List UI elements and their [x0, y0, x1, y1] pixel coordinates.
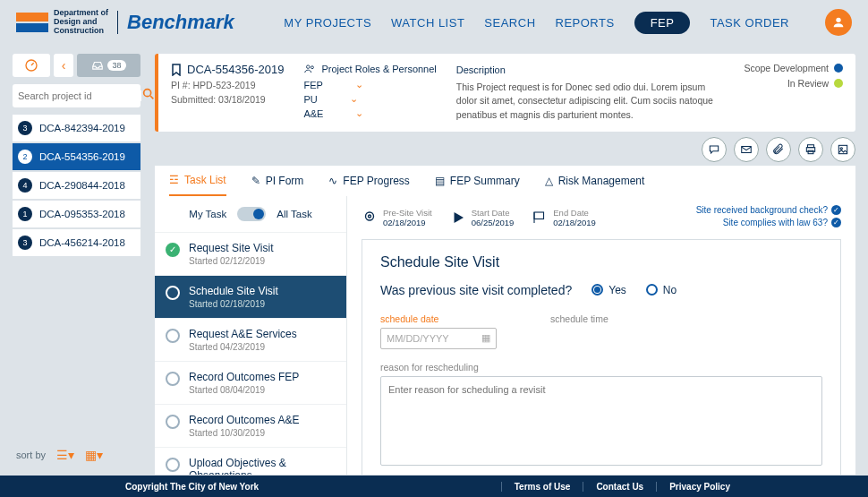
task-title: Schedule Site Visit: [189, 285, 278, 297]
sort-label: sort by: [16, 450, 46, 460]
sidebar-footer: sort by ☰▾ ▦▾: [13, 439, 140, 475]
task-item[interactable]: Request A&E ServicesStarted 04/23/2019: [155, 318, 346, 361]
attach-button[interactable]: [766, 137, 791, 162]
brand-name: Benchmark: [127, 11, 234, 34]
tab-fep-summary[interactable]: ▤FEP Summary: [435, 166, 520, 196]
svg-point-13: [366, 212, 374, 220]
project-list: 3DCA-842394-20192DCA-554356-20194DCA-290…: [13, 115, 140, 256]
radio-no[interactable]: No: [646, 284, 677, 296]
meta-presite: Pre-Site Visit02/18/2019: [362, 208, 432, 227]
role-fep[interactable]: FEP⌄: [303, 79, 436, 90]
user-avatar[interactable]: [825, 9, 852, 36]
progress-icon: ∿: [328, 175, 337, 187]
schedule-date-input[interactable]: MM/DD/YYYY ▦: [380, 328, 497, 349]
print-button[interactable]: [798, 137, 823, 162]
chevron-down-icon: ⌄: [355, 79, 363, 90]
nav-reports[interactable]: REPORTS: [556, 16, 615, 30]
reason-textarea[interactable]: [380, 376, 822, 466]
project-id-label: DCA-290844-2018: [39, 180, 125, 191]
nav-task-order[interactable]: TASK ORDER: [710, 16, 789, 30]
task-item[interactable]: Schedule Site VisitStarted 02/18/2019: [155, 275, 346, 318]
svg-rect-11: [838, 145, 847, 153]
nav-watch-list[interactable]: WATCH LIST: [391, 16, 464, 30]
sidebar-project-item[interactable]: 1DCA-095353-2018: [13, 201, 140, 227]
my-task-label: My Task: [189, 209, 226, 219]
list-view-icon[interactable]: ☰▾: [56, 448, 74, 462]
project-id-label: DCA-554356-2019: [39, 151, 125, 162]
project-id-label: DCA-456214-2018: [39, 237, 125, 248]
task-status-icon: [166, 372, 180, 386]
print-icon: [804, 143, 817, 156]
role-pu[interactable]: PU⌄: [303, 93, 436, 105]
svg-rect-15: [534, 212, 544, 219]
email-button[interactable]: [734, 137, 759, 162]
role-ae[interactable]: A&E⌄: [303, 107, 436, 119]
project-id: DCA-554356-2019: [171, 63, 284, 76]
bookmark-icon: [171, 64, 182, 76]
form-icon: ✎: [251, 175, 260, 187]
gauge-icon: [24, 58, 38, 73]
svg-rect-1: [16, 23, 48, 32]
roles-header: Project Roles & Personnel: [303, 63, 436, 75]
project-pi: PI #: HPD-523-2019: [171, 79, 284, 93]
inbox-count-badge: 38: [107, 60, 125, 71]
task-title: Request A&E Services: [189, 328, 297, 340]
user-icon: [831, 15, 846, 30]
link-terms[interactable]: Terms of Use: [501, 482, 583, 492]
nav-my-projects[interactable]: MY PROJECTS: [284, 16, 371, 30]
task-status-icon: [166, 415, 180, 429]
radio-yes[interactable]: Yes: [591, 284, 626, 296]
sidebar: ‹ 38 3DCA-842394-20192DCA-554356-20194DC…: [0, 45, 148, 475]
task-status-icon: [166, 329, 180, 343]
meta-end: End Date02/18/2019: [532, 208, 596, 227]
task-item[interactable]: ✓Request Site VisitStarted 02/12/2019: [155, 232, 346, 275]
task-status-icon: [166, 458, 180, 472]
warning-icon: △: [545, 175, 553, 187]
toggle-switch[interactable]: [237, 207, 266, 221]
task-title: Upload Objectives & Observations: [189, 457, 336, 475]
play-icon: [450, 210, 466, 226]
task-subtitle: Started 02/12/2019: [189, 256, 274, 266]
sidebar-project-item[interactable]: 2DCA-554356-2019: [13, 143, 140, 170]
comment-button[interactable]: [702, 137, 727, 162]
tab-pi-form[interactable]: ✎PI Form: [251, 166, 304, 196]
image-button[interactable]: [830, 137, 855, 162]
tab-fep-progress[interactable]: ∿FEP Progress: [328, 166, 409, 196]
description-label: Description: [456, 63, 725, 78]
task-title: Record Outcomes FEP: [189, 371, 299, 383]
project-id-label: DCA-842394-2019: [39, 123, 125, 133]
search-input[interactable]: [18, 90, 141, 101]
nav-fep[interactable]: FEP: [634, 12, 691, 34]
task-item[interactable]: Upload Objectives & ObservationsStarted …: [155, 447, 346, 475]
task-status-icon: ✓: [166, 243, 180, 257]
project-count-badge: 1: [18, 207, 32, 221]
tab-risk[interactable]: △Risk Management: [545, 166, 645, 196]
inbox-button[interactable]: 38: [77, 54, 140, 77]
project-search[interactable]: [13, 84, 140, 107]
reason-label: reason for rescheduling: [380, 362, 822, 373]
link-contact[interactable]: Contact Us: [583, 482, 656, 492]
svg-point-6: [311, 66, 314, 69]
tab-task-list[interactable]: ☲Task List: [169, 166, 226, 196]
task-filter-toggle[interactable]: My Task All Task: [155, 196, 346, 232]
schedule-date-label: schedule date: [380, 313, 497, 324]
mail-icon: [740, 143, 753, 156]
chevron-down-icon: ⌄: [350, 93, 358, 105]
project-header-card: DCA-554356-2019 PI #: HPD-523-2019 Submi…: [155, 54, 855, 132]
comment-icon: [708, 143, 720, 156]
sidebar-project-item[interactable]: 3DCA-456214-2018: [13, 229, 140, 256]
sidebar-project-item[interactable]: 3DCA-842394-2019: [13, 115, 140, 141]
detail-title: Schedule Site Visit: [380, 254, 822, 270]
flag-icon: [532, 210, 548, 226]
collapse-button[interactable]: ‹: [54, 54, 73, 77]
sidebar-project-item[interactable]: 4DCA-290844-2018: [13, 172, 140, 199]
task-item[interactable]: Record Outcomes A&EStarted 10/30/2019: [155, 404, 346, 447]
dashboard-button[interactable]: [13, 54, 50, 77]
link-privacy[interactable]: Privacy Policy: [656, 482, 743, 492]
chevron-left-icon: ‹: [62, 58, 66, 73]
nav-search[interactable]: SEARCH: [484, 16, 535, 30]
task-item[interactable]: Record Outcomes FEPStarted 08/04/2019: [155, 361, 346, 404]
description-text: This Project request is for Donec sed od…: [456, 81, 725, 123]
calendar-view-icon[interactable]: ▦▾: [85, 448, 103, 462]
project-count-badge: 4: [18, 178, 32, 193]
